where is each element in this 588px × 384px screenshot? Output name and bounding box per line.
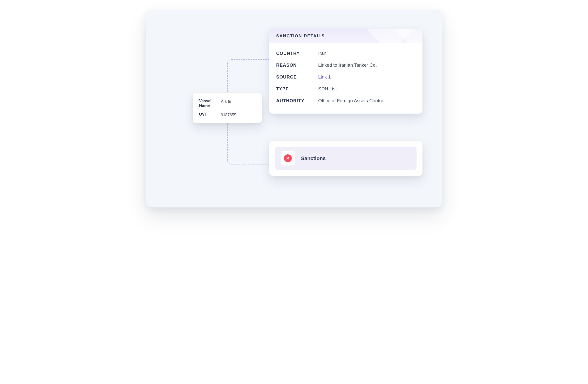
sanctions-status-label: Sanctions: [301, 155, 326, 161]
vessel-uvi-row: UVI 9187655: [199, 112, 255, 118]
detail-label-country: COUNTRY: [276, 51, 318, 56]
sanctions-status-card: Sanctions: [269, 141, 422, 176]
vessel-uvi-value: 9187655: [221, 112, 236, 118]
detail-row-authority: AUTHORITY Office of Foreign Assets Contr…: [276, 95, 416, 107]
detail-row-source: SOURCE Link 1: [276, 71, 416, 83]
detail-value-source-link[interactable]: Link 1: [318, 74, 331, 80]
detail-row-reason: REASON Linked to Iranian Tanker Co.: [276, 59, 416, 71]
canvas: Vessel Name Ark Iii UVI 9187655 SANCTION…: [146, 10, 442, 207]
detail-label-reason: REASON: [276, 63, 318, 68]
detail-row-country: COUNTRY Iran: [276, 47, 416, 59]
close-circle-icon: [284, 154, 292, 162]
vessel-name-row: Vessel Name Ark Iii: [199, 99, 255, 108]
sanction-details-title: SANCTION DETAILS: [276, 34, 325, 38]
vessel-uvi-label: UVI: [199, 112, 216, 117]
detail-value-reason: Linked to Iranian Tanker Co.: [318, 62, 377, 68]
sanction-details-body: COUNTRY Iran REASON Linked to Iranian Ta…: [269, 43, 422, 114]
detail-label-type: TYPE: [276, 86, 318, 92]
sanctions-status-icon-wrap: [281, 151, 295, 165]
detail-label-source: SOURCE: [276, 75, 318, 80]
sanctions-status-inner: Sanctions: [275, 147, 417, 170]
vessel-card: Vessel Name Ark Iii UVI 9187655: [193, 93, 262, 123]
detail-row-type: TYPE SDN List: [276, 83, 416, 95]
detail-label-authority: AUTHORITY: [276, 98, 318, 103]
sanction-details-header: SANCTION DETAILS: [269, 29, 422, 43]
vessel-name-value: Ark Iii: [221, 99, 231, 104]
vessel-name-label: Vessel Name: [199, 99, 216, 108]
close-icon: [286, 157, 290, 160]
sanction-details-card: SANCTION DETAILS COUNTRY Iran REASON Lin…: [269, 29, 422, 114]
detail-value-country: Iran: [318, 51, 326, 56]
detail-value-authority: Office of Foreign Assets Control: [318, 98, 384, 103]
detail-value-type: SDN List: [318, 86, 337, 92]
